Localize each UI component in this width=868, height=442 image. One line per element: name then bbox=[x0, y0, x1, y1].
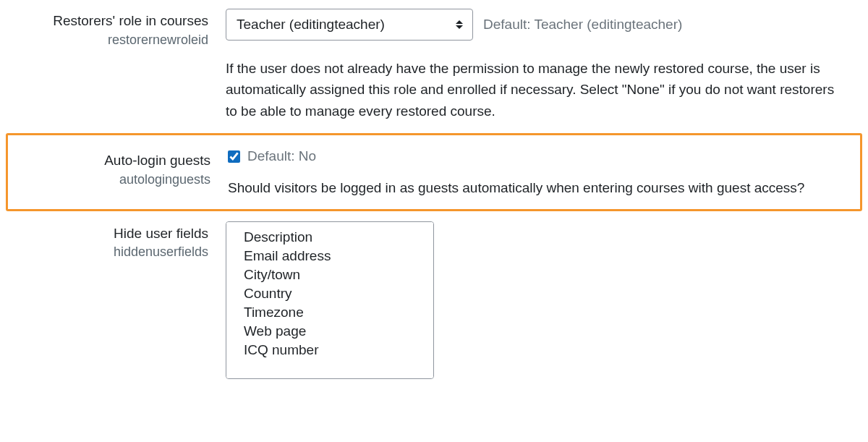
list-item[interactable]: ICQ number bbox=[226, 341, 433, 360]
control-line: Default: No bbox=[228, 148, 848, 164]
select-wrap: Teacher (editingteacher) bbox=[226, 9, 473, 41]
settings-form: Restorers' role in courses restorernewro… bbox=[0, 0, 868, 389]
list-item[interactable]: Email address bbox=[226, 247, 433, 265]
control-column: Teacher (editingteacher) Default: Teache… bbox=[226, 9, 859, 122]
default-hint: Default: No bbox=[247, 148, 316, 164]
setting-id: autologinguests bbox=[11, 171, 210, 188]
list-item[interactable]: City/town bbox=[226, 265, 433, 284]
control-column: Default: No Should visitors be logged in… bbox=[228, 148, 857, 198]
auto-login-guests-checkbox[interactable] bbox=[228, 150, 240, 163]
list-item[interactable]: Country bbox=[226, 284, 433, 303]
setting-hidden-user-fields: Hide user fields hiddenuserfields Descri… bbox=[0, 214, 868, 389]
default-hint: Default: Teacher (editingteacher) bbox=[483, 17, 682, 33]
control-line: Teacher (editingteacher) Default: Teache… bbox=[226, 9, 851, 41]
label-column: Restorers' role in courses restorernewro… bbox=[9, 9, 226, 122]
listbox-container: Description Email address City/town Coun… bbox=[226, 221, 434, 379]
setting-description: Should visitors be logged in as guests a… bbox=[228, 177, 848, 198]
hidden-user-fields-select[interactable]: Description Email address City/town Coun… bbox=[226, 222, 433, 378]
setting-label: Auto-login guests bbox=[11, 151, 210, 170]
list-item[interactable]: Web page bbox=[226, 322, 433, 341]
control-column: Description Email address City/town Coun… bbox=[226, 221, 859, 379]
setting-label: Hide user fields bbox=[9, 224, 208, 243]
setting-restorer-role: Restorers' role in courses restorernewro… bbox=[0, 0, 868, 132]
setting-id: hiddenuserfields bbox=[9, 243, 208, 260]
restorer-role-select[interactable]: Teacher (editingteacher) bbox=[226, 9, 473, 41]
setting-id: restorernewroleid bbox=[9, 31, 208, 48]
setting-auto-login-guests: Auto-login guests autologinguests Defaul… bbox=[6, 133, 862, 211]
list-item[interactable]: Description bbox=[226, 228, 433, 247]
list-item[interactable]: Timezone bbox=[226, 303, 433, 322]
label-column: Auto-login guests autologinguests bbox=[11, 148, 228, 198]
setting-description: If the user does not already have the pe… bbox=[226, 58, 848, 122]
label-column: Hide user fields hiddenuserfields bbox=[9, 221, 226, 379]
setting-label: Restorers' role in courses bbox=[9, 12, 208, 30]
